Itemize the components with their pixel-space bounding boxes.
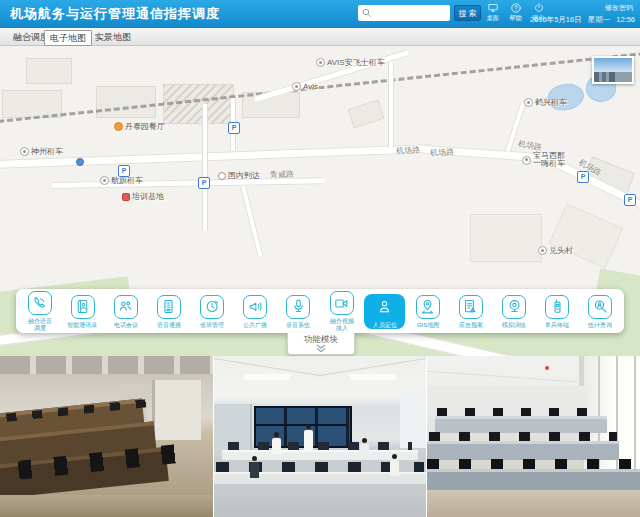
date-text: 2016年5月16日: [530, 15, 582, 24]
search-input[interactable]: [374, 5, 450, 23]
poi-label: Avis: [303, 83, 318, 91]
module-item-0[interactable]: 融合语音调度: [19, 290, 60, 332]
time-text: 12:56: [616, 15, 635, 24]
module-iconbox: [157, 295, 181, 319]
help-icon: [510, 2, 522, 14]
module-item-3[interactable]: 语音通播: [148, 294, 189, 329]
map-poi[interactable]: 培训基地: [122, 193, 164, 201]
map-poi[interactable]: 神州租车: [20, 147, 63, 156]
stats-icon: [592, 298, 609, 315]
map-poi[interactable]: 鹤兴租车: [524, 98, 567, 107]
panorama-buildings: [594, 72, 632, 82]
module-label: 公共广播: [243, 321, 267, 327]
module-iconbox: [588, 295, 612, 319]
module-item-8[interactable]: 人员定位: [364, 294, 405, 329]
search-button[interactable]: 搜 索: [454, 5, 481, 21]
module-item-7[interactable]: 融合视频接入: [321, 290, 362, 332]
photo-operations-hall: [214, 356, 426, 517]
module-item-6[interactable]: 录音系统: [278, 294, 319, 329]
module-label: 模拟演练: [502, 321, 526, 327]
poi-rental-icon: [524, 98, 533, 107]
road-label: 机场路: [396, 144, 421, 156]
nav-desktop-button[interactable]: 桌面: [481, 2, 504, 26]
module-label: 录音系统: [286, 321, 310, 327]
poi-label: AVIS安飞士租车: [327, 59, 385, 67]
map-poi[interactable]: 国内到达: [218, 172, 260, 180]
person-figure: [304, 424, 313, 452]
map-building: [96, 86, 156, 118]
tab-electronic-map[interactable]: 电子地图: [44, 30, 92, 46]
parking-icon[interactable]: P: [577, 171, 589, 183]
photo-strip: [0, 356, 640, 517]
person-figure: [360, 438, 369, 458]
module-item-10[interactable]: 应急预案: [450, 294, 491, 329]
module-label: 融合语音调度: [28, 318, 52, 331]
poi-label: 航旗租车: [111, 177, 143, 185]
page-title: 机场航务与运行管理通信指挥调度: [10, 0, 220, 28]
road-minor: [202, 104, 208, 230]
map-canvas[interactable]: 机场路机场路机场路机场路青威路 AVIS安飞士租车Avis丹泰园餐厅神州租车航旗…: [0, 46, 640, 356]
module-iconbox: [28, 291, 52, 315]
module-iconbox: [545, 295, 569, 319]
module-iconbox: [373, 295, 397, 319]
module-item-12[interactable]: 单兵终端: [537, 294, 578, 329]
module-label: 应急预案: [459, 321, 483, 327]
module-item-2[interactable]: 电话会议: [105, 294, 146, 329]
module-label: 融合视频接入: [330, 318, 354, 331]
poi-rental-icon: [538, 246, 547, 255]
walkie-icon: [549, 298, 566, 315]
poi-rental-icon: [100, 176, 109, 185]
map-poi[interactable]: 丹泰园餐厅: [114, 122, 165, 131]
contacts-icon: [74, 298, 91, 315]
module-label: 人员定位: [373, 321, 397, 327]
map-building: [26, 58, 72, 84]
tab-street-view-map[interactable]: 实景地图: [90, 30, 136, 44]
poi-label: 鹤兴租车: [535, 99, 567, 107]
change-password-link[interactable]: 修改密码: [605, 3, 633, 13]
map-building: [470, 214, 542, 262]
module-item-5[interactable]: 公共广播: [235, 294, 276, 329]
broadcast-icon: [160, 298, 177, 315]
module-item-1[interactable]: 智能通讯录: [62, 294, 103, 329]
map-building: [348, 100, 385, 129]
map-poi[interactable]: Avis: [292, 82, 318, 91]
gis-icon: [419, 298, 436, 315]
module-iconbox: [114, 295, 138, 319]
app-header: 机场航务与运行管理通信指挥调度 搜 索 桌面帮助退出 修改密码 2016年5月1…: [0, 0, 640, 28]
parking-icon[interactable]: P: [118, 165, 130, 177]
panorama-control[interactable]: [592, 56, 634, 84]
road-minor: [388, 62, 394, 148]
map-pond: [545, 80, 586, 114]
nav-label: 桌面: [482, 14, 503, 21]
road-airport: [0, 144, 432, 169]
nav-label: 帮助: [505, 14, 526, 21]
search-icon: [361, 7, 373, 19]
phone-icon: [31, 295, 48, 312]
module-item-13[interactable]: 统计查询: [580, 294, 621, 329]
clock-icon: [204, 298, 221, 315]
parking-icon[interactable]: P: [228, 122, 240, 134]
module-iconbox: [243, 295, 267, 319]
parking-icon[interactable]: P: [624, 194, 636, 206]
module-item-11[interactable]: 模拟演练: [494, 294, 535, 329]
module-iconbox: [416, 295, 440, 319]
search-box[interactable]: [358, 5, 450, 21]
module-iconbox: [200, 295, 224, 319]
module-panel-toggle[interactable]: 功能模块: [287, 333, 355, 355]
module-panel-toggle-label: 功能模块: [288, 333, 354, 345]
module-label: 统计查询: [588, 321, 612, 327]
map-poi[interactable]: 兑头村: [538, 246, 573, 255]
poi-rental-icon: [522, 156, 531, 165]
map-poi[interactable]: 宝马西郡一嗨租车: [522, 152, 565, 168]
photo-office-cubicles: [427, 356, 640, 517]
map-poi[interactable]: 航旗租车: [100, 176, 143, 185]
module-label: 单兵终端: [545, 321, 569, 327]
module-item-4[interactable]: 值班管理: [192, 294, 233, 329]
map-poi[interactable]: AVIS安飞士租车: [316, 58, 385, 67]
module-item-9[interactable]: GIS地图: [407, 294, 448, 329]
poi-label: 兑头村: [549, 247, 573, 255]
map-poi[interactable]: [76, 158, 84, 166]
poi-red-pin-icon: [122, 193, 130, 201]
parking-icon[interactable]: P: [198, 177, 210, 189]
horn-icon: [247, 298, 264, 315]
